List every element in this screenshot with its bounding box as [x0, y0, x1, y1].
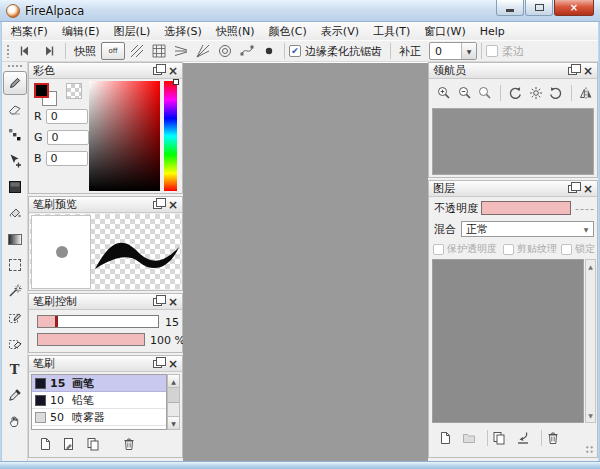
- dot-tool[interactable]: [3, 123, 27, 147]
- brush-size-slider[interactable]: [37, 315, 159, 328]
- menu-layer[interactable]: 图层(L): [106, 22, 157, 41]
- clipping-checkbox[interactable]: [503, 244, 514, 255]
- close-panel-icon[interactable]: ×: [168, 65, 178, 77]
- add-folder-button[interactable]: [459, 429, 479, 447]
- next-snapshot-button[interactable]: [37, 42, 61, 60]
- brush-row-penwuqi[interactable]: 50 喷雾器: [32, 409, 166, 426]
- menu-select[interactable]: 选择(S): [157, 22, 209, 41]
- g-input[interactable]: 0: [47, 130, 89, 145]
- flip-horizontal-button[interactable]: [575, 83, 596, 103]
- fill-tool[interactable]: [3, 175, 27, 199]
- brush-row-huabi[interactable]: 15 画笔: [32, 375, 166, 392]
- duplicate-brush-button[interactable]: [83, 435, 103, 453]
- scroll-down-icon[interactable]: ▼: [586, 412, 595, 419]
- close-panel-icon[interactable]: ×: [583, 65, 593, 77]
- prev-snapshot-button[interactable]: [13, 42, 37, 60]
- brush-tool[interactable]: [3, 71, 27, 95]
- protect-alpha-option[interactable]: 保护透明度: [433, 242, 497, 256]
- brush-row-partial[interactable]: [32, 426, 166, 430]
- hue-slider[interactable]: [164, 81, 177, 191]
- snap-circle-button[interactable]: [215, 42, 235, 60]
- hand-tool[interactable]: [3, 409, 27, 433]
- delete-brush-button[interactable]: [119, 435, 139, 453]
- menu-snap[interactable]: 快照(N): [209, 22, 262, 41]
- soft-edge-checkbox[interactable]: [486, 45, 498, 57]
- bucket-tool[interactable]: [3, 201, 27, 225]
- snap-parallel-button[interactable]: [127, 42, 147, 60]
- magic-wand-tool[interactable]: [3, 279, 27, 303]
- menu-color[interactable]: 颜色(C): [262, 22, 314, 41]
- rotate-right-button[interactable]: [546, 83, 567, 103]
- close-panel-icon[interactable]: ×: [168, 296, 178, 308]
- panel-resize-grip[interactable]: [585, 445, 594, 454]
- menu-tool[interactable]: 工具(T): [366, 22, 417, 41]
- select-pen-tool[interactable]: [3, 305, 27, 329]
- layer-list[interactable]: [432, 259, 584, 423]
- scroll-up-icon[interactable]: ▲: [586, 263, 595, 270]
- float-panel-icon[interactable]: [153, 360, 162, 368]
- toolbar-grip[interactable]: [6, 44, 10, 58]
- gradient-tool[interactable]: [3, 227, 27, 251]
- add-brush-button[interactable]: [35, 435, 55, 453]
- layer-list-scrollbar[interactable]: ▲ ▼: [585, 259, 596, 423]
- snap-grid-button[interactable]: [149, 42, 169, 60]
- float-panel-icon[interactable]: [153, 201, 162, 209]
- brush-opacity-slider[interactable]: [37, 333, 145, 346]
- zoom-in-button[interactable]: [434, 83, 455, 103]
- maximize-button[interactable]: [525, 0, 553, 16]
- close-button[interactable]: ×: [554, 0, 594, 16]
- canvas-area[interactable]: [183, 62, 428, 461]
- saturation-value-picker[interactable]: [89, 81, 160, 191]
- menu-window[interactable]: 窗口(W): [417, 22, 472, 41]
- duplicate-layer-button[interactable]: [489, 429, 509, 447]
- zoom-out-button[interactable]: [455, 83, 476, 103]
- menu-edit[interactable]: 编辑(E): [55, 22, 107, 41]
- close-panel-icon[interactable]: ×: [583, 183, 593, 195]
- eyedropper-tool[interactable]: [3, 383, 27, 407]
- brush-size-handle[interactable]: [55, 316, 58, 327]
- scroll-thumb[interactable]: [168, 388, 179, 403]
- delete-layer-button[interactable]: [543, 429, 563, 447]
- rotate-left-button[interactable]: [505, 83, 526, 103]
- float-panel-icon[interactable]: [568, 185, 577, 193]
- close-panel-icon[interactable]: ×: [168, 199, 178, 211]
- snap-radial-button[interactable]: [193, 42, 213, 60]
- float-panel-icon[interactable]: [153, 298, 162, 306]
- lock-option[interactable]: 锁定: [561, 242, 595, 256]
- foreground-color-swatch[interactable]: [34, 83, 49, 98]
- scroll-up-icon[interactable]: ▲: [168, 375, 179, 388]
- title-bar[interactable]: FireAlpaca ×: [0, 0, 600, 22]
- snap-curve-button[interactable]: [237, 42, 257, 60]
- eraser-tool[interactable]: [3, 97, 27, 121]
- clipping-option[interactable]: 剪贴纹理: [503, 242, 557, 256]
- edit-brush-button[interactable]: [59, 435, 79, 453]
- merge-down-button[interactable]: [513, 429, 533, 447]
- transparent-color-swatch[interactable]: [66, 83, 82, 99]
- correction-dropdown[interactable]: 0 ▼: [429, 42, 477, 60]
- brush-row-qianbi[interactable]: 10 铅笔: [32, 392, 166, 409]
- snap-off-button[interactable]: off: [101, 42, 125, 60]
- text-tool[interactable]: T: [3, 357, 27, 381]
- antialias-checkbox[interactable]: ✔: [289, 45, 301, 57]
- snap-dot-button[interactable]: [259, 42, 279, 60]
- menu-view[interactable]: 表示(V): [314, 22, 366, 41]
- select-eraser-tool[interactable]: [3, 331, 27, 355]
- move-tool[interactable]: [3, 149, 27, 173]
- float-panel-icon[interactable]: [153, 67, 162, 75]
- close-panel-icon[interactable]: ×: [168, 358, 178, 370]
- menu-file[interactable]: 档案(F): [4, 22, 55, 41]
- reset-rotation-button[interactable]: [525, 83, 546, 103]
- add-layer-button[interactable]: [435, 429, 455, 447]
- zoom-reset-button[interactable]: [475, 83, 496, 103]
- menu-help[interactable]: Help: [473, 23, 512, 40]
- select-tool[interactable]: [3, 253, 27, 277]
- r-input[interactable]: 0: [46, 109, 88, 124]
- scroll-down-icon[interactable]: ▼: [168, 416, 179, 429]
- lock-checkbox[interactable]: [561, 244, 572, 255]
- float-panel-icon[interactable]: [568, 67, 577, 75]
- snap-vanish-button[interactable]: [171, 42, 191, 60]
- minimize-button[interactable]: [496, 0, 524, 16]
- b-input[interactable]: 0: [46, 151, 88, 166]
- layer-opacity-slider[interactable]: [481, 201, 571, 215]
- brush-list-scrollbar[interactable]: ▲ ▼: [167, 374, 180, 430]
